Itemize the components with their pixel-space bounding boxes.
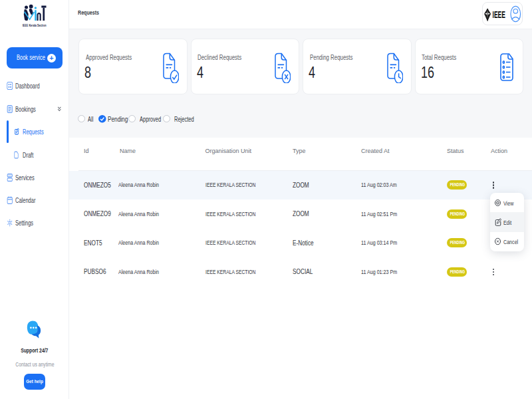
svg-text:IEEE: IEEE	[493, 9, 505, 20]
